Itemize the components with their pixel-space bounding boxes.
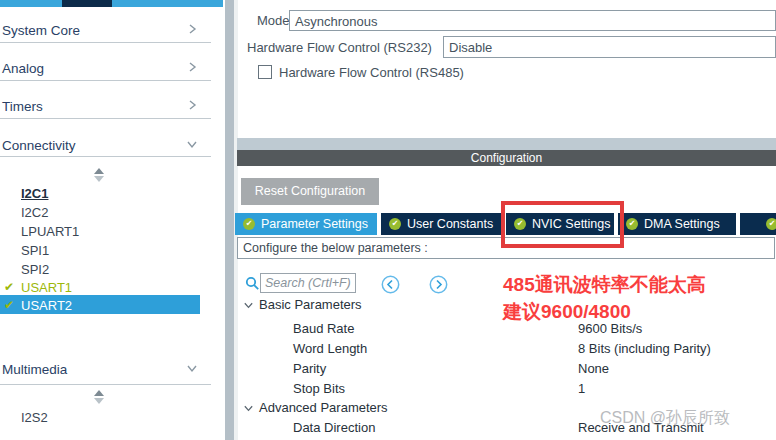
param-value-word-length[interactable]: 8 Bits (including Parity) [578,341,711,356]
panel-splitter[interactable] [237,138,776,150]
tab-label: Parameter Settings [261,217,368,231]
sidebar-item-spi1[interactable]: SPI1 [21,243,49,258]
tab-user-constants[interactable]: ✔ User Constants [381,213,502,235]
mode-select[interactable]: Asynchronous [289,10,776,31]
param-value-stop-bits[interactable]: 1 [578,381,585,396]
tab-partial[interactable]: ✔ [740,213,776,235]
category-label: Analog [2,61,44,76]
reset-configuration-button[interactable]: Reset Configuration [241,178,379,205]
mode-label: Mode [257,13,290,28]
sidebar-category-multimedia[interactable]: Multimedia [2,360,208,377]
divider [0,118,211,119]
rs485-flow-control-label: Hardware Flow Control (RS485) [279,65,464,80]
rs232-flow-control-select[interactable]: Disable [443,36,776,58]
param-label-stop-bits: Stop Bits [293,381,345,396]
tree-group-advanced-parameters[interactable]: Advanced Parameters [259,400,388,415]
tab-ok-icon: ✔ [389,218,401,230]
tree-group-basic-parameters[interactable]: Basic Parameters [259,297,362,312]
tab-ok-icon: ✔ [626,218,638,230]
sort-down-icon [94,398,104,404]
param-label-parity: Parity [293,361,326,376]
param-value-parity[interactable]: None [578,361,609,376]
tab-parameter-settings[interactable]: ✔ Parameter Settings [235,213,377,235]
category-label: Connectivity [2,138,76,153]
sidebar-horizontal-scrollbar[interactable] [0,0,223,7]
chevron-right-icon [186,99,198,111]
rs485-checkbox[interactable] [258,65,272,79]
divider [0,384,211,385]
peripherals-sidebar: System Core Analog Timers Connectivity I… [0,0,225,440]
sidebar-item-spi2[interactable]: SPI2 [21,262,49,277]
configuration-header: Configuration [237,150,776,166]
sidebar-category-system-core[interactable]: System Core [2,21,208,38]
search-input[interactable] [260,273,356,293]
tab-ok-icon: ✔ [243,218,255,230]
red-highlight-box [501,201,624,248]
param-label-data-direction: Data Direction [293,420,375,435]
annotation-text-line1: 485通讯波特率不能太高 [503,271,706,298]
sort-up-icon [94,390,104,396]
sidebar-item-usart2[interactable]: ✔ USART2 [0,295,200,314]
category-label: System Core [2,23,80,38]
scrollbar-thumb[interactable] [62,0,112,7]
tree-collapse-icon[interactable] [243,403,254,414]
category-label: Multimedia [2,362,67,377]
sort-down-icon [94,176,104,182]
usart2-enabled-check-icon: ✔ [4,298,14,312]
search-previous-button[interactable] [381,275,400,294]
sidebar-item-lpuart1[interactable]: LPUART1 [21,224,79,239]
chevron-right-icon [186,23,198,35]
sort-up-icon [94,168,104,174]
tab-label: DMA Settings [644,217,720,231]
divider [0,156,211,157]
sidebar-item-i2c2[interactable]: I2C2 [21,205,48,220]
sidebar-category-timers[interactable]: Timers [2,97,208,114]
search-icon [245,276,260,291]
annotation-text-line2: 建议9600/4800 [503,298,631,325]
divider [0,80,211,81]
tab-dma-settings[interactable]: ✔ DMA Settings [618,213,736,235]
sidebar-category-connectivity[interactable]: Connectivity [2,136,208,153]
chevron-down-icon [186,139,198,151]
stm32cubemx-usart-config-screen: System Core Analog Timers Connectivity I… [0,0,776,440]
usart1-enabled-check-icon: ✔ [4,280,14,294]
tree-collapse-icon[interactable] [243,300,254,311]
list-sort-spinner[interactable] [94,168,104,182]
sidebar-item-i2c1[interactable]: I2C1 [21,186,48,201]
sidebar-item-usart1[interactable]: USART1 [21,280,72,295]
chevron-right-icon [186,61,198,73]
tab-ok-icon: ✔ [766,218,776,230]
chevron-down-icon [186,363,198,375]
search-next-button[interactable] [429,275,448,294]
csdn-watermark: CSDN @孙辰所致 [600,408,730,429]
param-label-word-length: Word Length [293,341,367,356]
divider [0,42,211,43]
list-sort-spinner[interactable] [94,390,104,404]
sidebar-item-label: USART2 [21,298,72,313]
rs232-flow-control-label: Hardware Flow Control (RS232) [247,40,432,55]
sidebar-item-i2s2[interactable]: I2S2 [21,410,48,425]
scrollbar-thumb[interactable] [225,0,234,440]
sidebar-category-analog[interactable]: Analog [2,59,208,76]
tab-label: User Constants [407,217,493,231]
category-label: Timers [2,99,43,114]
param-label-baud-rate: Baud Rate [293,321,354,336]
